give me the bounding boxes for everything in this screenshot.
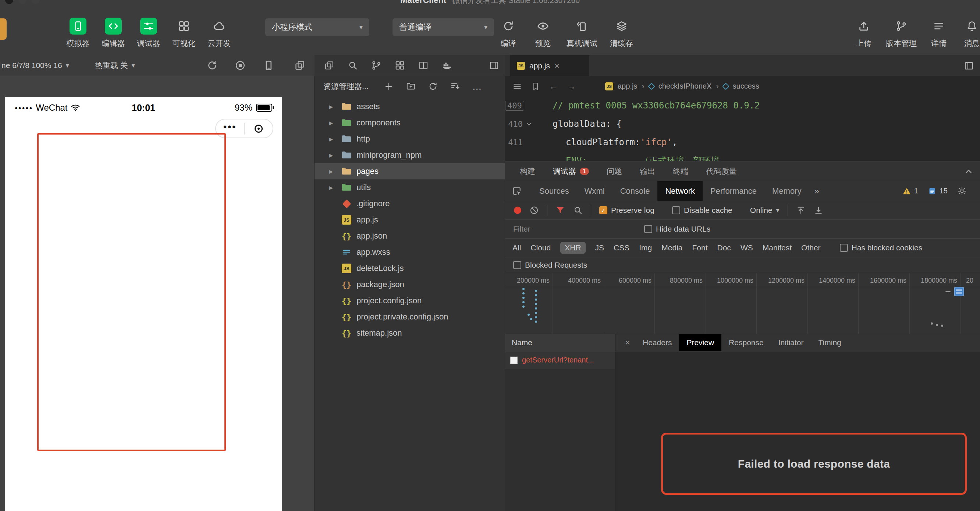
copy-page-icon[interactable] — [324, 60, 334, 71]
checkbox-icon[interactable] — [644, 225, 652, 233]
simulator-button[interactable]: 模拟器 — [60, 17, 95, 49]
device-frame-icon[interactable] — [263, 60, 274, 71]
inspect-element-icon[interactable] — [512, 186, 522, 196]
compile-button[interactable]: 编译 — [497, 17, 519, 49]
close-tab-icon[interactable] — [554, 61, 560, 71]
request-row[interactable]: getServerUrl?tenant... — [505, 351, 615, 369]
tab-debugger[interactable]: 调试器1 — [553, 166, 589, 176]
checkbox-checked-icon[interactable] — [599, 206, 607, 214]
tab-memory[interactable]: Memory — [764, 181, 809, 201]
filter-cloud[interactable]: Cloud — [530, 243, 551, 252]
filter-js[interactable]: JS — [595, 243, 605, 252]
checkbox-icon[interactable] — [513, 261, 521, 269]
has-blocked-cookies-checkbox[interactable]: Has blocked cookies — [840, 243, 923, 252]
filter-ws[interactable]: WS — [741, 243, 753, 252]
navigate-back-icon[interactable] — [549, 81, 558, 92]
window-minimize-button[interactable] — [18, 0, 27, 4]
tab-initiator[interactable]: Initiator — [771, 334, 811, 351]
preview-button[interactable]: 预览 — [532, 17, 554, 49]
filter-font[interactable]: Font — [692, 243, 707, 252]
tree-item-miniprogram-npm[interactable]: miniprogram_npm — [315, 147, 505, 163]
gear-icon[interactable] — [957, 186, 967, 196]
breadcrumb-symbol[interactable]: checkIsIPhoneX — [659, 82, 712, 90]
tree-item-http[interactable]: http — [315, 131, 505, 147]
detach-window-icon[interactable] — [294, 60, 305, 71]
code-area[interactable]: 409 // pmtest 0005 wx3306cb764e679628 0.… — [505, 96, 980, 161]
tab-code-quality[interactable]: 代码质量 — [706, 166, 737, 176]
tree-item-pages[interactable]: pages — [315, 163, 505, 179]
tab-console[interactable]: Console — [612, 181, 658, 201]
window-close-button[interactable] — [5, 0, 13, 4]
panel-toggle-icon[interactable] — [964, 61, 974, 71]
navigate-forward-icon[interactable] — [567, 81, 576, 92]
refresh-explorer-icon[interactable] — [428, 82, 438, 91]
tab-output[interactable]: 输出 — [640, 166, 655, 176]
tree-item-sitemap-json[interactable]: sitemap.json — [315, 325, 505, 341]
upload-button[interactable]: 上传 — [853, 17, 875, 49]
filter-other[interactable]: Other — [801, 243, 821, 252]
message-count[interactable]: 15 — [928, 187, 948, 195]
fold-chevron-icon[interactable] — [523, 120, 535, 128]
tab-network[interactable]: Network — [657, 181, 703, 201]
split-view-icon[interactable] — [418, 60, 429, 71]
debugger-button[interactable]: 调试器 — [131, 17, 166, 49]
tree-item-app-json[interactable]: app.json — [315, 228, 505, 244]
details-button[interactable]: 详情 — [928, 17, 950, 49]
mode-select[interactable]: 小程序模式 — [265, 18, 369, 36]
project-avatar[interactable] — [0, 18, 6, 40]
device-select[interactable]: ne 6/7/8 100% 16 — [2, 55, 69, 76]
grid-view-icon[interactable] — [395, 60, 405, 71]
git-branch-icon[interactable] — [371, 60, 382, 71]
checkbox-icon[interactable] — [672, 206, 680, 214]
tree-item-project-private-config-json[interactable]: project.private.config.json — [315, 309, 505, 325]
close-detail-icon[interactable] — [620, 338, 635, 348]
version-control-button[interactable]: 版本管理 — [886, 17, 917, 49]
tree-item-project-config-json[interactable]: project.config.json — [315, 293, 505, 309]
filter-all[interactable]: All — [512, 243, 521, 252]
tree-item-app-js[interactable]: app.js — [315, 212, 505, 228]
record-network-log-button[interactable] — [514, 206, 521, 214]
tree-item-deletelock-js[interactable]: deleteLock.js — [315, 260, 505, 276]
window-zoom-button[interactable] — [32, 0, 40, 4]
tab-response[interactable]: Response — [721, 334, 771, 351]
tab-problems[interactable]: 问题 — [607, 166, 622, 176]
tree-item-package-json[interactable]: package.json — [315, 276, 505, 293]
new-folder-icon[interactable] — [406, 82, 416, 91]
tab-headers[interactable]: Headers — [635, 334, 679, 351]
collapse-all-icon[interactable] — [450, 82, 460, 91]
filter-manifest[interactable]: Manifest — [763, 243, 792, 252]
tab-app-js[interactable]: app.js — [510, 55, 589, 76]
bookmark-icon[interactable] — [531, 82, 540, 91]
search-network-icon[interactable] — [573, 206, 583, 215]
name-column-header[interactable]: Name — [505, 334, 616, 351]
tab-performance[interactable]: Performance — [703, 181, 764, 201]
tree-item-app-wxss[interactable]: app.wxss — [315, 244, 505, 260]
capsule-close-button[interactable] — [245, 123, 273, 134]
search-icon[interactable] — [348, 60, 358, 71]
network-overview-timeline[interactable]: 200000 ms 400000 ms 600000 ms 800000 ms … — [505, 273, 980, 334]
hot-reload-select[interactable]: 热重载 关 — [95, 55, 135, 76]
network-filter-input[interactable] — [513, 225, 631, 233]
stop-icon[interactable] — [235, 60, 246, 71]
tab-sources[interactable]: Sources — [531, 181, 577, 201]
preserve-log-checkbox[interactable]: Preserve log — [599, 206, 654, 215]
extensions-icon[interactable] — [442, 60, 452, 71]
export-har-icon[interactable] — [814, 206, 823, 215]
hide-data-urls-checkbox[interactable]: Hide data URLs — [644, 225, 710, 233]
disable-cache-checkbox[interactable]: Disable cache — [672, 206, 732, 215]
tab-preview[interactable]: Preview — [679, 334, 721, 351]
blocked-requests-checkbox[interactable]: Blocked Requests — [513, 261, 587, 270]
messages-button[interactable]: 消息 — [961, 17, 980, 49]
tree-item-assets[interactable]: assets — [315, 98, 505, 115]
tree-item-gitignore[interactable]: .gitignore — [315, 195, 505, 212]
tree-item-utils[interactable]: utils — [315, 179, 505, 195]
remote-debug-button[interactable]: 真机调试 — [566, 17, 597, 49]
filter-css[interactable]: CSS — [614, 243, 629, 252]
tab-terminal[interactable]: 终端 — [673, 166, 688, 176]
filter-icon[interactable] — [555, 206, 565, 215]
clear-network-log-icon[interactable] — [529, 206, 539, 215]
layout-toggle-icon[interactable] — [489, 60, 499, 71]
refresh-icon[interactable] — [207, 60, 218, 71]
tab-wxml[interactable]: Wxml — [577, 181, 612, 201]
tab-build[interactable]: 构建 — [520, 166, 535, 176]
